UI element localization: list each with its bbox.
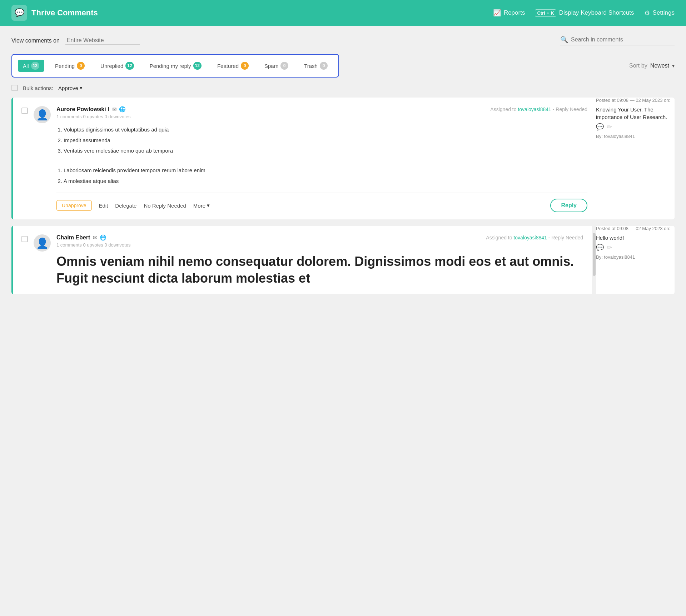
comment-body: Chaim Ebert ✉ 🌐 Assigned to tovaloyasi88…	[56, 234, 583, 294]
post-author: By: tovaloyasi8841	[596, 254, 675, 260]
comment-checkbox[interactable]	[21, 236, 28, 242]
edit-post-icon[interactable]: ✏	[607, 244, 612, 252]
chevron-down-icon: ▾	[80, 85, 83, 91]
plus-key: +	[547, 10, 550, 16]
main-content: View comments on 🔍 All12Pending0Unreplie…	[0, 26, 686, 311]
filter-tabs: All12Pending0Unreplied12Pending my reply…	[11, 54, 339, 78]
filter-tabs-container: All12Pending0Unreplied12Pending my reply…	[11, 54, 675, 78]
filter-tab-label-trash: Trash	[304, 63, 318, 69]
post-actions: 💬 ✏	[596, 123, 675, 131]
filter-tab-label-pending: Pending	[55, 63, 75, 69]
checkbox-area	[21, 234, 28, 294]
settings-label: Settings	[653, 9, 675, 16]
filter-tab-label-unreplied: Unreplied	[100, 63, 123, 69]
logo-text: Thrive Comments	[31, 8, 98, 18]
filter-tab-badge-pending: 0	[77, 62, 85, 70]
bulk-actions-label: Bulk actions:	[23, 85, 53, 91]
comment-right-panel: Posted at 09:08 — 02 May 2023 on: Hello …	[596, 226, 675, 294]
author-icons: ✉ 🌐	[93, 234, 106, 241]
sort-area[interactable]: Sort by Newest ▾	[629, 63, 675, 69]
globe-icon: 🌐	[100, 234, 106, 241]
bulk-actions-dropdown[interactable]: Approve ▾	[58, 85, 83, 91]
checkbox-area	[21, 106, 28, 219]
scrollbar[interactable]	[592, 226, 596, 294]
comments-container: 👤 Aurore Powlowski I ✉ 🌐 Assigned to tov…	[11, 98, 675, 294]
view-comments-row: View comments on 🔍	[11, 36, 675, 45]
comment-inner: 👤 Aurore Powlowski I ✉ 🌐 Assigned to tov…	[13, 98, 596, 219]
assignment-user: tovaloyasi8841	[513, 235, 547, 240]
header: 💬 Thrive Comments 📈 Reports Ctrl + K Dis…	[0, 0, 686, 26]
logo-icon: 💬	[11, 5, 27, 21]
filter-tab-unreplied[interactable]: Unreplied12	[95, 60, 139, 72]
filter-tab-badge-trash: 0	[320, 62, 328, 70]
edit-button[interactable]: Edit	[99, 203, 108, 209]
comment-header: Chaim Ebert ✉ 🌐 Assigned to tovaloyasi88…	[56, 234, 583, 241]
chevron-down-icon: ▾	[672, 63, 675, 69]
comment-post-icon[interactable]: 💬	[596, 123, 604, 131]
author-name: Chaim Ebert	[56, 234, 90, 241]
filter-tab-trash[interactable]: Trash0	[299, 60, 333, 72]
view-comments-label: View comments on	[11, 38, 60, 44]
search-area: 🔍	[560, 36, 675, 45]
reply-button[interactable]: Reply	[550, 199, 587, 212]
comment-stats: 1 comments 0 upvotes 0 downvotes	[56, 114, 130, 119]
post-title: Hello world!	[596, 234, 675, 242]
bulk-action-approve: Approve	[58, 85, 78, 91]
comment-main-col: 👤 Aurore Powlowski I ✉ 🌐 Assigned to tov…	[13, 98, 596, 219]
edit-post-icon[interactable]: ✏	[607, 123, 612, 131]
avatar-icon: 👤	[36, 237, 49, 249]
post-actions: 💬 ✏	[596, 244, 675, 252]
comment-header: Aurore Powlowski I ✉ 🌐 Assigned to toval…	[56, 106, 587, 113]
post-date: Posted at 09:08 — 02 May 2023 on:	[596, 98, 675, 103]
keyboard-shortcut-nav-item[interactable]: Ctrl + K Display Keyboard Shortcuts	[535, 9, 634, 17]
filter-tab-badge-all: 12	[31, 62, 39, 70]
reports-nav-item[interactable]: 📈 Reports	[493, 9, 525, 17]
reports-label: Reports	[504, 9, 525, 16]
author-name: Aurore Powlowski I	[56, 106, 109, 113]
comment-card-comment-2: 👤 Chaim Ebert ✉ 🌐 Assigned to tovaloyasi…	[11, 226, 675, 294]
post-author: By: tovaloyasi8841	[596, 134, 675, 139]
filter-tab-spam[interactable]: Spam0	[259, 60, 293, 72]
comment-card-wrapper: 👤 Aurore Powlowski I ✉ 🌐 Assigned to tov…	[13, 98, 675, 219]
assignment-label: Assigned to tovaloyasi8841 - Reply Neede…	[486, 235, 583, 240]
bulk-actions-row: Bulk actions: Approve ▾	[11, 85, 675, 91]
post-title: Knowing Your User. The importance of Use…	[596, 106, 675, 121]
comment-content: Omnis veniam nihil nemo consequatur dolo…	[56, 253, 583, 287]
scrollbar-thumb	[593, 233, 596, 276]
avatar: 👤	[34, 106, 51, 123]
email-icon: ✉	[93, 234, 98, 241]
comment-post-icon[interactable]: 💬	[596, 244, 604, 252]
comment-inner: 👤 Chaim Ebert ✉ 🌐 Assigned to tovaloyasi…	[13, 226, 592, 294]
unapprove-button[interactable]: Unapprove	[56, 200, 92, 211]
comment-checkbox[interactable]	[21, 108, 28, 114]
filter-tab-pending[interactable]: Pending0	[50, 60, 90, 72]
globe-icon: 🌐	[119, 106, 126, 113]
filter-tab-pending-my-reply[interactable]: Pending my reply12	[145, 60, 207, 72]
more-button[interactable]: More ▾	[193, 202, 210, 209]
filter-tab-all[interactable]: All12	[18, 60, 44, 72]
comment-meta: 1 comments 0 upvotes 0 downvotes	[56, 242, 583, 248]
delegate-button[interactable]: Delegate	[115, 203, 136, 209]
comment-stats: 1 comments 0 upvotes 0 downvotes	[56, 242, 130, 248]
search-icon: 🔍	[560, 36, 568, 44]
no-reply-needed-button[interactable]: No Reply Needed	[144, 203, 186, 209]
sort-value: Newest	[650, 63, 669, 69]
chevron-down-icon: ▾	[207, 202, 210, 209]
settings-icon: ⚙	[644, 9, 650, 17]
avatar: 👤	[34, 234, 51, 252]
bulk-select-checkbox[interactable]	[11, 85, 18, 91]
settings-nav-item[interactable]: ⚙ Settings	[644, 9, 675, 17]
filter-tab-label-spam: Spam	[264, 63, 278, 69]
filter-tab-featured[interactable]: Featured0	[212, 60, 254, 72]
k-key: K	[551, 10, 554, 16]
view-comments-input[interactable]	[65, 36, 140, 45]
author-icons: ✉ 🌐	[112, 106, 126, 113]
search-input[interactable]	[571, 36, 657, 43]
filter-tab-badge-spam: 0	[280, 62, 288, 70]
keyboard-shortcut-box: Ctrl + K	[535, 9, 556, 17]
comment-meta: 1 comments 0 upvotes 0 downvotes	[56, 114, 587, 119]
filter-tab-badge-pending-my-reply: 12	[193, 62, 202, 70]
filter-tab-label-featured: Featured	[217, 63, 239, 69]
keyboard-display-label: Display Keyboard Shortcuts	[559, 9, 634, 16]
comment-card-comment-1: 👤 Aurore Powlowski I ✉ 🌐 Assigned to tov…	[11, 98, 675, 219]
